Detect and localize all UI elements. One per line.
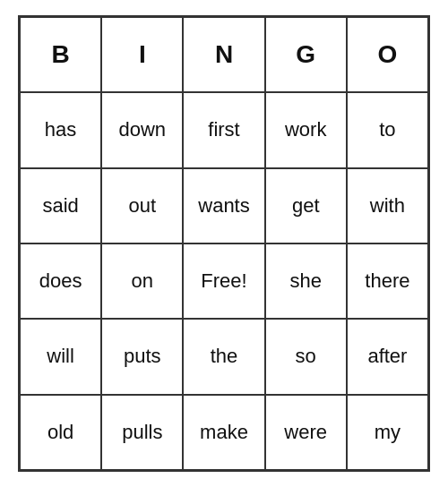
cell-4-3: the <box>183 319 264 394</box>
header-o: O <box>347 17 428 92</box>
cell-3-4: she <box>265 244 347 319</box>
cell-3-1: does <box>20 244 101 319</box>
cell-5-5: my <box>347 395 428 470</box>
cell-4-2: puts <box>101 319 183 394</box>
cell-4-4: so <box>265 319 347 394</box>
header-row: B I N G O <box>20 17 428 92</box>
cell-2-2: out <box>101 168 183 244</box>
bingo-card: B I N G O has down first work to said ou… <box>18 15 430 472</box>
cell-4-1: will <box>20 319 101 394</box>
cell-2-4: get <box>265 168 347 244</box>
cell-5-3: make <box>183 395 264 470</box>
header-g: G <box>265 17 347 92</box>
cell-4-5: after <box>347 319 428 394</box>
header-b: B <box>20 17 101 92</box>
row-5: old pulls make were my <box>20 395 428 470</box>
cell-1-4: work <box>265 92 347 167</box>
cell-3-5: there <box>347 244 428 319</box>
cell-1-1: has <box>20 92 101 167</box>
header-i: I <box>101 17 183 92</box>
row-3: does on Free! she there <box>20 244 428 319</box>
cell-5-2: pulls <box>101 395 183 470</box>
row-1: has down first work to <box>20 92 428 167</box>
cell-1-2: down <box>101 92 183 167</box>
cell-2-1: said <box>20 168 101 244</box>
cell-1-3: first <box>183 92 264 167</box>
row-4: will puts the so after <box>20 319 428 394</box>
cell-2-5: with <box>347 168 428 244</box>
cell-1-5: to <box>347 92 428 167</box>
cell-5-1: old <box>20 395 101 470</box>
cell-3-2: on <box>101 244 183 319</box>
cell-2-3: wants <box>183 168 264 244</box>
cell-5-4: were <box>265 395 347 470</box>
header-n: N <box>183 17 264 92</box>
row-2: said out wants get with <box>20 168 428 244</box>
cell-3-3: Free! <box>183 244 264 319</box>
